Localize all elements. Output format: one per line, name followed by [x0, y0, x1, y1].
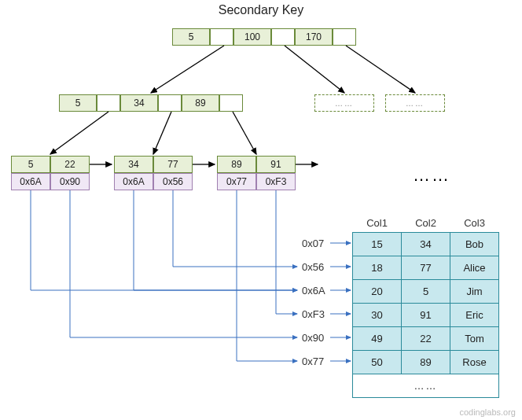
leaf-ptr: 0x6A — [11, 173, 50, 190]
table-cell: Tom — [450, 327, 499, 351]
table-header: Col2 — [402, 214, 450, 233]
root-key: 170 — [295, 28, 333, 46]
root-key: 100 — [233, 28, 271, 46]
address-label: 0x56 — [302, 261, 324, 273]
table-row: 15 34 Bob — [353, 233, 499, 256]
leaf-ptr: 0x6A — [114, 173, 153, 190]
table-cell: 18 — [353, 256, 402, 280]
btree-leaf: 34 77 0x6A 0x56 — [114, 156, 193, 190]
table-cell: 50 — [353, 351, 402, 374]
table-row: 49 22 Tom — [353, 327, 499, 351]
svg-line-4 — [153, 112, 171, 154]
table-cell: Bob — [450, 233, 499, 256]
leaf-key: 5 — [11, 156, 50, 173]
table-cell: 22 — [402, 327, 450, 351]
root-key: 5 — [172, 28, 210, 46]
table-header: Col1 — [353, 214, 402, 233]
internal-key: 89 — [182, 94, 219, 112]
table-header: Col3 — [450, 214, 499, 233]
address-label: 0x07 — [302, 238, 324, 249]
internal-gap — [158, 94, 182, 112]
page-title: Secondary Key — [219, 3, 304, 17]
leaf-key: 91 — [256, 156, 296, 173]
table-cell: 49 — [353, 327, 402, 351]
leaf-key: 77 — [153, 156, 193, 173]
root-gap — [271, 28, 295, 46]
data-table: Col1 Col2 Col3 15 34 Bob 18 77 Alice 20 … — [352, 214, 499, 398]
table-row-more: …… — [353, 374, 499, 398]
svg-line-5 — [233, 112, 256, 154]
table-row: 30 91 Eric — [353, 304, 499, 327]
table-cell: Jim — [450, 280, 499, 304]
btree-leaf: 5 22 0x6A 0x90 — [11, 156, 90, 190]
btree-placeholder: …… — [314, 94, 374, 112]
leaf-key: 89 — [217, 156, 256, 173]
table-cell: 30 — [353, 304, 402, 327]
leaf-key: 22 — [50, 156, 90, 173]
leaf-ptr: 0xF3 — [256, 173, 296, 190]
internal-gap — [219, 94, 243, 112]
leaf-key: 34 — [114, 156, 153, 173]
leaf-ptr: 0x90 — [50, 173, 90, 190]
address-label: 0x90 — [302, 332, 324, 344]
svg-line-0 — [151, 46, 224, 93]
table-row: 18 77 Alice — [353, 256, 499, 280]
internal-gap — [97, 94, 120, 112]
watermark: codinglabs.org — [459, 407, 516, 417]
leaf-ptr: 0x77 — [217, 173, 256, 190]
address-label: 0x77 — [302, 356, 324, 367]
btree-root: 5 100 170 — [172, 28, 356, 46]
table-cell: 89 — [402, 351, 450, 374]
internal-key: 5 — [59, 94, 97, 112]
btree-internal: 5 34 89 — [59, 94, 243, 112]
btree-leaf: 89 91 0x77 0xF3 — [217, 156, 296, 190]
leaf-ptr: 0x56 — [153, 173, 193, 190]
root-gap — [210, 28, 233, 46]
btree-placeholder: …… — [385, 94, 445, 112]
internal-key: 34 — [120, 94, 158, 112]
table-cell: 20 — [353, 280, 402, 304]
table-cell: 77 — [402, 256, 450, 280]
root-gap — [333, 28, 356, 46]
svg-line-3 — [50, 112, 108, 154]
table-cell: 91 — [402, 304, 450, 327]
table-cell: 34 — [402, 233, 450, 256]
svg-line-2 — [346, 46, 415, 93]
address-label: 0xF3 — [302, 308, 325, 320]
more-leaves-dots: …… — [413, 165, 450, 186]
svg-line-1 — [285, 46, 344, 93]
table-cell: Alice — [450, 256, 499, 280]
address-label: 0x6A — [302, 285, 325, 297]
table-row: 50 89 Rose — [353, 351, 499, 374]
placeholder-box: …… — [314, 94, 374, 112]
table-cell: Rose — [450, 351, 499, 374]
table-cell: 5 — [402, 280, 450, 304]
placeholder-box: …… — [385, 94, 445, 112]
table-cell: 15 — [353, 233, 402, 256]
table-row: 20 5 Jim — [353, 280, 499, 304]
table-cell: Eric — [450, 304, 499, 327]
table-more-cell: …… — [353, 374, 499, 398]
